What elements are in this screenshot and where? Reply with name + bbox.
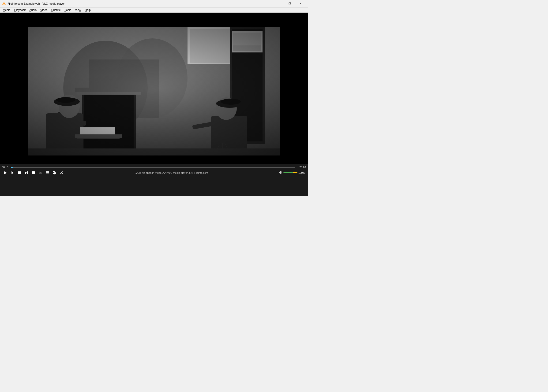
time-current: 00:13	[2, 166, 9, 168]
time-total: 28:20	[297, 166, 306, 168]
svg-rect-56	[39, 172, 42, 172]
svg-rect-65	[46, 174, 49, 175]
next-button[interactable]	[23, 169, 29, 176]
titlebar: FileInfo.com Example.vob - VLC media pla…	[0, 0, 308, 7]
menu-media[interactable]: Media	[1, 7, 12, 13]
volume-area: 100%	[278, 170, 306, 175]
window-controls: — ❐ ✕	[274, 0, 306, 7]
svg-rect-63	[46, 172, 49, 173]
menu-view[interactable]: View	[73, 7, 83, 13]
progress-row: 00:13 28:20	[2, 166, 306, 168]
status-bar: .VOB file open in VideoLAN VLC media pla…	[65, 171, 278, 174]
svg-rect-43	[0, 13, 308, 164]
menu-playback[interactable]: Playback	[12, 7, 28, 13]
menu-subtitle[interactable]: Subtitle	[50, 7, 63, 13]
prev-button[interactable]	[9, 169, 15, 176]
volume-bar[interactable]	[283, 172, 297, 173]
volume-percent: 100%	[298, 171, 306, 174]
svg-rect-50	[11, 171, 12, 174]
svg-rect-57	[39, 173, 42, 173]
controls-area: 00:13 28:20	[0, 164, 308, 196]
app-icon	[2, 2, 6, 6]
play-button[interactable]	[2, 169, 8, 176]
minimize-button[interactable]: —	[274, 0, 284, 7]
loop-button[interactable]	[51, 169, 58, 176]
random-button[interactable]	[58, 169, 65, 176]
svg-rect-44	[0, 13, 28, 164]
menu-help[interactable]: Help	[83, 7, 93, 13]
svg-marker-52	[25, 171, 27, 174]
svg-rect-51	[18, 171, 21, 174]
svg-rect-1	[3, 4, 5, 5]
svg-rect-3	[4, 3, 4, 4]
maximize-button[interactable]: ❐	[284, 0, 295, 7]
svg-rect-61	[40, 173, 40, 174]
svg-rect-59	[40, 171, 40, 172]
svg-marker-68	[62, 171, 63, 172]
svg-marker-70	[279, 171, 281, 174]
video-area	[0, 13, 308, 164]
menu-video[interactable]: Video	[38, 7, 50, 13]
menu-tools[interactable]: Tools	[63, 7, 73, 13]
menubar: Media Playback Audio Video Subtitle Tool…	[0, 7, 308, 13]
volume-bar-yellow	[293, 172, 297, 173]
svg-rect-64	[46, 173, 49, 174]
extended-settings-button[interactable]	[37, 169, 43, 176]
window-title: FileInfo.com Example.vob - VLC media pla…	[7, 2, 274, 5]
menu-audio[interactable]: Audio	[27, 7, 38, 13]
volume-button[interactable]	[278, 170, 282, 175]
svg-rect-53	[27, 171, 28, 174]
volume-bar-green	[283, 172, 293, 173]
svg-rect-45	[280, 13, 308, 164]
status-text: .VOB file open in VideoLAN VLC media pla…	[135, 171, 208, 174]
svg-rect-47	[0, 155, 308, 164]
svg-marker-48	[4, 171, 7, 175]
svg-rect-2	[3, 4, 5, 4]
stop-button[interactable]	[16, 169, 22, 176]
svg-marker-69	[62, 173, 63, 174]
svg-rect-60	[41, 172, 41, 173]
progress-bar[interactable]	[11, 167, 295, 168]
playlist-button[interactable]	[44, 169, 51, 176]
close-button[interactable]: ✕	[295, 0, 306, 7]
progress-bar-fill	[11, 167, 13, 168]
fullscreen-button[interactable]	[30, 169, 36, 176]
bottom-row: .VOB file open in VideoLAN VLC media pla…	[2, 169, 306, 176]
svg-marker-49	[12, 171, 13, 174]
svg-rect-62	[46, 171, 49, 172]
video-frame	[0, 13, 308, 164]
svg-rect-46	[0, 13, 308, 27]
